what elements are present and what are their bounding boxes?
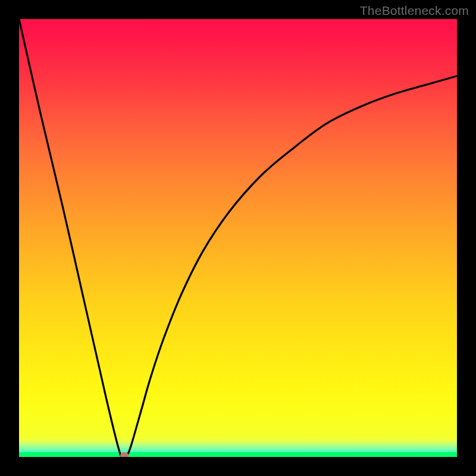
chart-frame: TheBottleneck.com xyxy=(0,0,476,476)
watermark-text: TheBottleneck.com xyxy=(360,4,469,18)
gradient-main xyxy=(19,19,457,439)
gradient-band xyxy=(19,452,457,457)
plot-area xyxy=(19,19,457,457)
